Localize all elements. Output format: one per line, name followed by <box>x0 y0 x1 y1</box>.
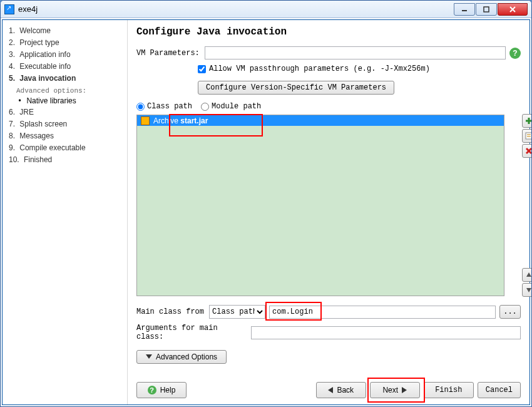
step-java-invocation[interactable]: 5. Java invocation <box>9 73 121 85</box>
app-icon <box>4 4 14 14</box>
step-compile-executable[interactable]: 9. Compile executable <box>9 142 121 154</box>
classpath-entry[interactable]: Archive start.jar <box>137 115 504 126</box>
help-button[interactable]: ? Help <box>136 382 187 398</box>
classpath-radio[interactable] <box>136 103 145 111</box>
wizard-steps: 1. Welcome 2. Project type 3. Applicatio… <box>9 25 121 85</box>
sidebar: 1. Welcome 2. Project type 3. Applicatio… <box>3 20 128 404</box>
help-icon[interactable]: ? <box>509 48 521 59</box>
add-classpath-button[interactable] <box>522 114 532 128</box>
app-window: exe4j 1. Welcome 2. Project type 3. Appl… <box>0 0 532 407</box>
arguments-input[interactable] <box>251 326 521 339</box>
page-title: Configure Java invocation <box>136 26 521 38</box>
allow-passthrough-checkbox[interactable] <box>198 65 206 73</box>
window-title: exe4j <box>18 4 453 14</box>
finish-button[interactable]: Finish <box>424 382 474 398</box>
move-up-button[interactable] <box>522 268 532 282</box>
browse-main-class-button[interactable]: ... <box>499 305 521 319</box>
archive-icon <box>141 116 150 125</box>
cancel-button[interactable]: Cancel <box>478 382 521 398</box>
svg-marker-14 <box>328 387 333 393</box>
main-panel: Configure Java invocation VM Parameters:… <box>128 20 529 404</box>
allow-passthrough-label: Allow VM passthrough parameters (e.g. -J… <box>209 64 430 73</box>
main-class-from-label: Main class from <box>136 307 204 316</box>
client-area: 1. Welcome 2. Project type 3. Applicatio… <box>2 19 530 405</box>
substep-native-libraries[interactable]: • Native libraries <box>18 96 121 106</box>
advanced-options-label: Advanced options: <box>16 87 121 95</box>
move-down-button[interactable] <box>522 283 532 297</box>
modulepath-radio[interactable] <box>201 103 209 111</box>
step-project-type[interactable]: 2. Project type <box>9 37 121 49</box>
classpath-radio-label: Class path <box>147 102 192 111</box>
close-button[interactable] <box>498 3 528 16</box>
advanced-options-button[interactable]: Advanced Options <box>136 350 227 364</box>
step-messages[interactable]: 8. Messages <box>9 130 121 142</box>
vm-parameters-input[interactable] <box>205 46 506 59</box>
step-application-info[interactable]: 3. Application info <box>9 49 121 61</box>
minimize-button[interactable] <box>454 3 475 16</box>
edit-classpath-button[interactable] <box>522 129 532 143</box>
main-class-from-select[interactable]: Class path <box>209 305 265 319</box>
svg-marker-12 <box>526 288 531 292</box>
configure-version-specific-button[interactable]: Configure Version-Specific VM Parameters <box>198 81 394 95</box>
help-circle-icon: ? <box>148 386 156 394</box>
arguments-label: Arguments for main class: <box>136 324 246 341</box>
step-splash-screen[interactable]: 7. Splash screen <box>9 118 121 130</box>
triangle-left-icon <box>328 387 333 393</box>
chevron-down-icon <box>146 354 152 359</box>
main-class-input[interactable] <box>269 306 496 319</box>
footer: ? Help Back Next Finish Cancel <box>136 377 521 398</box>
svg-marker-13 <box>146 354 152 359</box>
classpath-entry-label: Archive start.jar <box>153 116 208 125</box>
modulepath-radio-label: Module path <box>212 102 261 111</box>
svg-rect-1 <box>484 7 489 12</box>
step-jre[interactable]: 6. JRE <box>9 106 121 118</box>
step-executable-info[interactable]: 4. Executable info <box>9 61 121 73</box>
step-welcome[interactable]: 1. Welcome <box>9 25 121 37</box>
maximize-button[interactable] <box>476 3 497 16</box>
titlebar[interactable]: exe4j <box>1 1 531 18</box>
triangle-right-icon <box>402 387 407 393</box>
svg-rect-6 <box>526 133 532 139</box>
vm-parameters-label: VM Parameters: <box>136 49 200 58</box>
classpath-list[interactable]: Archive start.jar <box>136 115 504 296</box>
remove-classpath-button[interactable] <box>522 144 532 158</box>
next-button[interactable]: Next <box>370 382 420 398</box>
step-finished[interactable]: 10. Finished <box>9 154 121 166</box>
back-button[interactable]: Back <box>316 382 366 398</box>
svg-marker-15 <box>402 387 407 393</box>
svg-marker-11 <box>526 272 531 277</box>
